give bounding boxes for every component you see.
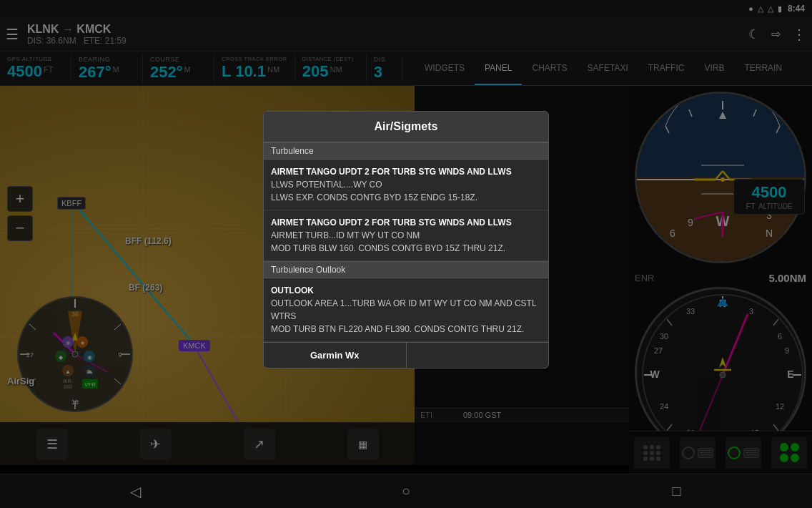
turb-bold-1: AIRMET TANGO UPDT 2 FOR TURB STG WNDS AN… — [271, 165, 541, 178]
modal-header: Air/Sigmets — [264, 112, 548, 142]
airsigmet-modal: Air/Sigmets Turbulence AIRMET TANGO UPDT… — [263, 111, 549, 368]
turbulence-block-2: AIRMET TANGO UPDT 2 FOR TURB STG WNDS AN… — [264, 210, 548, 261]
modal-tab-garmin-wx[interactable]: Garmin Wx — [264, 343, 407, 368]
modal-tab-empty[interactable] — [407, 343, 549, 368]
outlook-bold-1: OUTLOOK — [271, 284, 541, 297]
turbulence-block-1: AIRMET TANGO UPDT 2 FOR TURB STG WNDS AN… — [264, 160, 548, 210]
turb-normal-1: LLWS POTENTIAL....WY COLLWS EXP. CONDS C… — [271, 178, 541, 204]
outlook-normal-1: OUTLOOK AREA 1...TURB WA OR ID MT WY UT … — [271, 297, 541, 336]
modal-footer: Garmin Wx — [264, 342, 548, 368]
modal-body[interactable]: Turbulence AIRMET TANGO UPDT 2 FOR TURB … — [264, 142, 548, 342]
turb-normal-2: AIRMET TURB...ID MT WY UT CO NMMOD TURB … — [271, 229, 541, 255]
turb-bold-2: AIRMET TANGO UPDT 2 FOR TURB STG WNDS AN… — [271, 216, 541, 229]
turbulence-outlook-header: Turbulence Outlook — [264, 261, 548, 278]
modal-overlay: Air/Sigmets Turbulence AIRMET TANGO UPDT… — [0, 0, 812, 508]
turbulence-section-header: Turbulence — [264, 142, 548, 160]
outlook-block-1: OUTLOOK OUTLOOK AREA 1...TURB WA OR ID M… — [264, 278, 548, 342]
